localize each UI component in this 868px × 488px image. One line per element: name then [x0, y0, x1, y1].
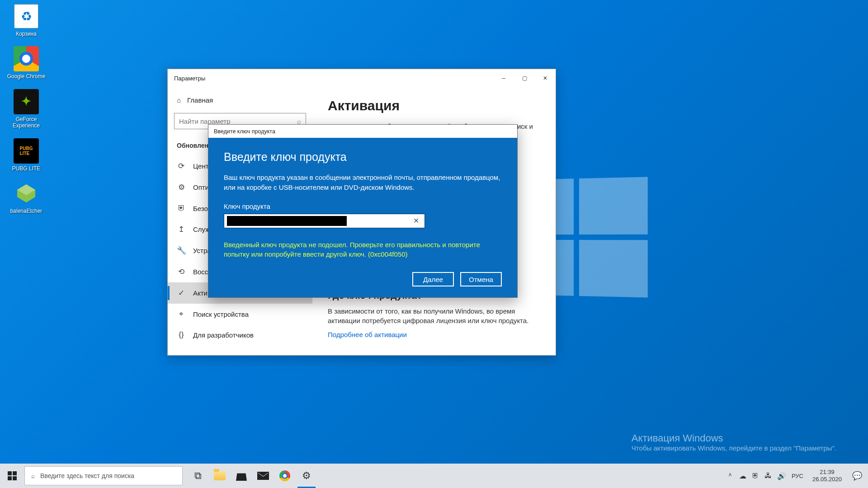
chrome-shortcut-icon[interactable]: Google Chrome: [4, 46, 49, 80]
error-message: Введенный ключ продукта не подошел. Пров…: [224, 240, 502, 260]
watermark-title: Активация Windows: [632, 432, 836, 444]
settings-title: Параметры: [168, 75, 493, 82]
svg-rect-2: [8, 471, 12, 475]
desktop: Корзина Google Chrome GeForce Experience…: [0, 0, 868, 488]
dialog-heading: Введите ключ продукта: [224, 150, 502, 164]
search-icon: ⌕: [297, 117, 301, 125]
search-icon: ⌕: [31, 472, 35, 479]
clock[interactable]: 21:39 26.05.2020: [809, 469, 845, 483]
restore-icon: ⟲: [177, 267, 186, 277]
sidebar-home[interactable]: ⌂Главная: [168, 92, 312, 108]
settings-titlebar[interactable]: Параметры ─ ▢ ✕: [168, 69, 556, 87]
store-icon: [236, 471, 247, 481]
sync-icon: ⟳: [177, 161, 186, 171]
wrench-icon: 🔧: [177, 246, 186, 255]
chrome-icon: [279, 470, 290, 481]
product-key-dialog: Введите ключ продукта Введите ключ проду…: [208, 124, 518, 298]
check-icon: ✓: [177, 288, 186, 298]
settings-taskbar-button[interactable]: ⚙: [296, 464, 317, 488]
windows-icon: [8, 471, 17, 480]
svg-rect-4: [8, 476, 12, 480]
gear-icon: ⚙: [177, 183, 186, 192]
security-tray-icon[interactable]: ⛨: [752, 472, 759, 480]
chrome-taskbar-button[interactable]: [274, 464, 296, 488]
mail-icon: [257, 472, 269, 480]
maximize-button[interactable]: ▢: [514, 69, 535, 87]
locate-icon: ⌖: [177, 310, 186, 319]
taskbar: ⌕ Введите здесь текст для поиска ⧉ ⚙ ＾ ☁…: [0, 464, 868, 488]
activation-watermark: Активация Windows Чтобы активировать Win…: [632, 432, 836, 452]
redacted-key: [227, 216, 347, 226]
cancel-button[interactable]: Отмена: [460, 272, 502, 286]
tray-expand-icon[interactable]: ＾: [726, 471, 734, 481]
next-button[interactable]: Далее: [412, 272, 454, 286]
backup-icon: ↥: [177, 225, 186, 234]
home-icon: ⌂: [177, 96, 181, 104]
geforce-experience-icon[interactable]: GeForce Experience: [4, 89, 49, 129]
svg-rect-5: [13, 476, 17, 480]
field-label: Ключ продукта: [224, 202, 502, 210]
svg-rect-3: [13, 471, 17, 475]
sidebar-item-developers[interactable]: {}Для разработчиков: [168, 324, 312, 345]
dialog-titlebar[interactable]: Введите ключ продукта: [208, 124, 518, 138]
file-explorer-button[interactable]: [209, 464, 231, 488]
action-center-icon[interactable]: 💬: [851, 464, 863, 488]
volume-icon[interactable]: 🔊: [777, 472, 786, 480]
start-button[interactable]: [0, 464, 24, 488]
gear-icon: ⚙: [302, 470, 311, 482]
watermark-subtitle: Чтобы активировать Windows, перейдите в …: [632, 444, 836, 452]
recycle-bin-icon[interactable]: Корзина: [4, 4, 49, 37]
pubg-lite-icon[interactable]: PUBGLITEPUBG LITE: [4, 138, 49, 172]
product-key-input[interactable]: ✕: [224, 214, 425, 228]
content-paragraph-2: В зависимости от того, как вы получили W…: [328, 306, 540, 325]
dialog-description: Ваш ключ продукта указан в сообщении эле…: [224, 173, 502, 192]
folder-icon: [214, 471, 226, 480]
microsoft-store-button[interactable]: [231, 464, 252, 488]
desktop-icons: Корзина Google Chrome GeForce Experience…: [4, 4, 49, 214]
close-button[interactable]: ✕: [535, 69, 556, 87]
task-view-button[interactable]: ⧉: [187, 464, 209, 488]
system-tray: ＾ ☁ ⛨ 🖧 🔊 РУС 21:39 26.05.2020 💬: [726, 464, 868, 488]
balena-etcher-icon[interactable]: balenaEtcher: [4, 181, 49, 214]
network-icon[interactable]: 🖧: [764, 472, 772, 480]
taskbar-search[interactable]: ⌕ Введите здесь текст для поиска: [24, 466, 183, 485]
onedrive-icon[interactable]: ☁: [739, 472, 746, 480]
code-icon: {}: [177, 330, 186, 339]
minimize-button[interactable]: ─: [493, 69, 514, 87]
shield-icon: ⛨: [177, 204, 186, 213]
mail-button[interactable]: [252, 464, 274, 488]
clear-input-icon[interactable]: ✕: [410, 216, 422, 225]
sidebar-item-find-device[interactable]: ⌖Поиск устройства: [168, 304, 312, 324]
content-heading: Активация: [328, 98, 540, 113]
learn-more-link[interactable]: Подробнее об активации: [328, 331, 540, 338]
language-indicator[interactable]: РУС: [792, 473, 803, 479]
